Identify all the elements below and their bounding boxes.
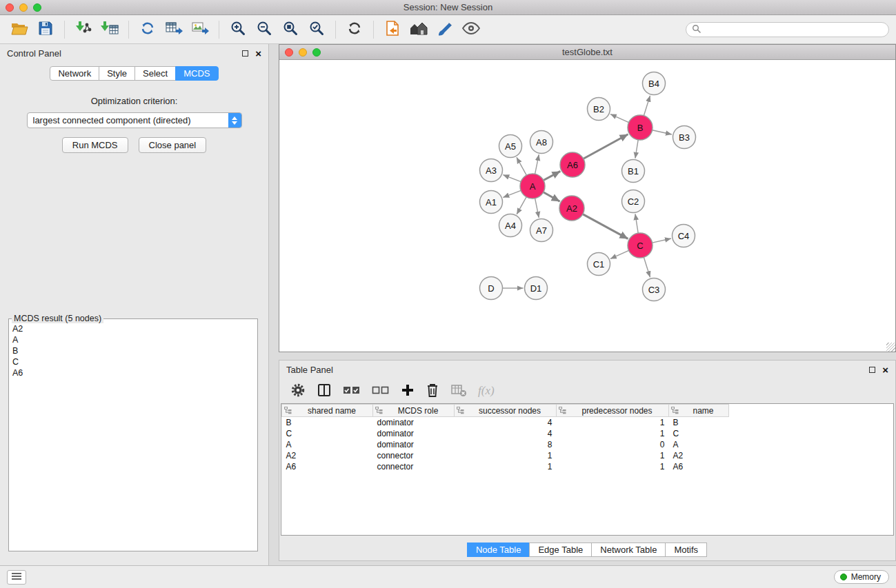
- window-resize-handle[interactable]: [886, 343, 895, 352]
- mcds-result-item[interactable]: C: [9, 356, 257, 367]
- edge-A-A7[interactable]: [535, 199, 539, 218]
- column-header-successor-nodes[interactable]: successor nodes: [455, 405, 557, 417]
- node-A4[interactable]: A4: [499, 214, 522, 237]
- control-tab-mcds[interactable]: MCDS: [175, 66, 218, 81]
- minimize-network-window-icon[interactable]: [299, 48, 307, 57]
- table-row[interactable]: Adominator80A: [282, 439, 729, 450]
- cell-predecessor-nodes[interactable]: 1: [557, 461, 669, 472]
- mcds-result-item[interactable]: A: [9, 334, 257, 345]
- control-tab-network[interactable]: Network: [50, 66, 99, 81]
- table-settings-button[interactable]: [290, 383, 306, 400]
- function-builder-button[interactable]: f(x): [478, 384, 495, 398]
- delete-table-button[interactable]: [450, 383, 467, 399]
- control-tab-select[interactable]: Select: [135, 66, 176, 81]
- node-A6[interactable]: A6: [560, 152, 585, 177]
- mcds-result-item[interactable]: A6: [9, 367, 257, 378]
- edge-B-B3[interactable]: [653, 130, 672, 134]
- cell-MCDS-role[interactable]: connector: [373, 461, 455, 472]
- close-network-window-icon[interactable]: [285, 48, 293, 57]
- node-B1[interactable]: B1: [622, 160, 645, 183]
- table-row[interactable]: Bdominator41B: [282, 417, 729, 428]
- edge-A-A5[interactable]: [517, 157, 526, 175]
- node-A7[interactable]: A7: [530, 219, 553, 242]
- edge-A6-B[interactable]: [584, 134, 628, 159]
- edge-C-C1[interactable]: [610, 250, 629, 258]
- node-D[interactable]: D: [480, 277, 503, 300]
- open-session-button[interactable]: [7, 19, 32, 41]
- cell-predecessor-nodes[interactable]: 1: [557, 417, 669, 428]
- cell-name[interactable]: A6: [669, 461, 729, 472]
- cell-MCDS-role[interactable]: dominator: [373, 428, 455, 439]
- cell-predecessor-nodes[interactable]: 1: [557, 428, 669, 439]
- control-tab-style[interactable]: Style: [99, 66, 135, 81]
- close-window-icon[interactable]: [6, 3, 14, 12]
- table-tab-network-table[interactable]: Network Table: [591, 543, 666, 557]
- session-document-button[interactable]: [380, 19, 405, 41]
- cell-successor-nodes[interactable]: 1: [455, 461, 557, 472]
- cell-shared-name[interactable]: A2: [282, 450, 373, 461]
- mcds-result-item[interactable]: A2: [9, 323, 257, 334]
- cell-successor-nodes[interactable]: 4: [455, 417, 557, 428]
- zoom-window-icon[interactable]: [33, 3, 41, 12]
- show-columns-button[interactable]: [317, 383, 332, 400]
- node-A1[interactable]: A1: [480, 191, 503, 214]
- home-button[interactable]: [406, 19, 431, 41]
- table-row[interactable]: A6connector11A6: [282, 461, 729, 472]
- edge-B-B4[interactable]: [644, 96, 650, 116]
- cell-successor-nodes[interactable]: 1: [455, 450, 557, 461]
- column-header-shared-name[interactable]: shared name: [282, 405, 373, 417]
- close-panel-icon[interactable]: ×: [255, 50, 261, 57]
- edge-A-A1[interactable]: [503, 190, 521, 197]
- cell-shared-name[interactable]: C: [282, 428, 373, 439]
- zoom-fit-button[interactable]: [278, 19, 303, 41]
- edge-A-A2[interactable]: [544, 192, 560, 201]
- float-table-panel-icon[interactable]: [869, 367, 875, 373]
- cell-predecessor-nodes[interactable]: 1: [557, 450, 669, 461]
- node-B4[interactable]: B4: [643, 72, 666, 95]
- export-image-button[interactable]: [188, 19, 212, 41]
- edge-A-A6[interactable]: [544, 171, 561, 180]
- edge-A-A3[interactable]: [503, 175, 521, 182]
- network-canvas[interactable]: AA1A2A3A4A5A6A7A8BB1B2B3B4CC1C2C3C4DD1: [279, 60, 895, 352]
- mcds-result-item[interactable]: B: [9, 345, 257, 356]
- table-row[interactable]: Cdominator41C: [282, 428, 729, 439]
- zoom-out-button[interactable]: [252, 19, 277, 41]
- column-header-name[interactable]: name: [669, 405, 729, 417]
- search-field[interactable]: [686, 22, 889, 37]
- cell-MCDS-role[interactable]: connector: [373, 450, 455, 461]
- cell-predecessor-nodes[interactable]: 0: [557, 439, 669, 450]
- cell-name[interactable]: A2: [669, 450, 729, 461]
- delete-column-button[interactable]: [426, 383, 439, 400]
- close-table-panel-icon[interactable]: ×: [882, 367, 888, 373]
- node-C2[interactable]: C2: [622, 190, 645, 213]
- memory-button[interactable]: Memory: [834, 570, 889, 584]
- cell-successor-nodes[interactable]: 4: [455, 428, 557, 439]
- node-D1[interactable]: D1: [525, 277, 548, 300]
- node-A[interactable]: A: [520, 174, 545, 199]
- cell-shared-name[interactable]: B: [282, 417, 373, 428]
- import-network-button[interactable]: [71, 19, 96, 41]
- export-table-button[interactable]: [161, 19, 186, 41]
- node-A5[interactable]: A5: [499, 135, 522, 158]
- show-hide-button[interactable]: [459, 19, 484, 41]
- zoom-selected-button[interactable]: [304, 19, 329, 41]
- cell-shared-name[interactable]: A: [282, 439, 373, 450]
- node-A3[interactable]: A3: [480, 159, 503, 182]
- edge-B-B2[interactable]: [610, 114, 629, 123]
- table-tab-motifs[interactable]: Motifs: [665, 543, 707, 557]
- cell-name[interactable]: B: [669, 417, 729, 428]
- cell-shared-name[interactable]: A6: [282, 461, 373, 472]
- node-A8[interactable]: A8: [530, 131, 553, 154]
- minimize-window-icon[interactable]: [19, 3, 28, 12]
- import-table-button[interactable]: [97, 19, 122, 41]
- criterion-dropdown[interactable]: largest connected component (directed): [27, 112, 242, 128]
- select-all-button[interactable]: [343, 385, 361, 398]
- edge-B-B1[interactable]: [635, 140, 638, 159]
- task-history-button[interactable]: [7, 570, 26, 585]
- save-session-button[interactable]: [33, 19, 58, 41]
- edge-A-A8[interactable]: [535, 154, 539, 174]
- table-tab-edge-table[interactable]: Edge Table: [529, 543, 592, 557]
- node-C1[interactable]: C1: [588, 253, 610, 276]
- float-panel-icon[interactable]: [242, 50, 248, 57]
- edge-A-A4[interactable]: [517, 197, 526, 214]
